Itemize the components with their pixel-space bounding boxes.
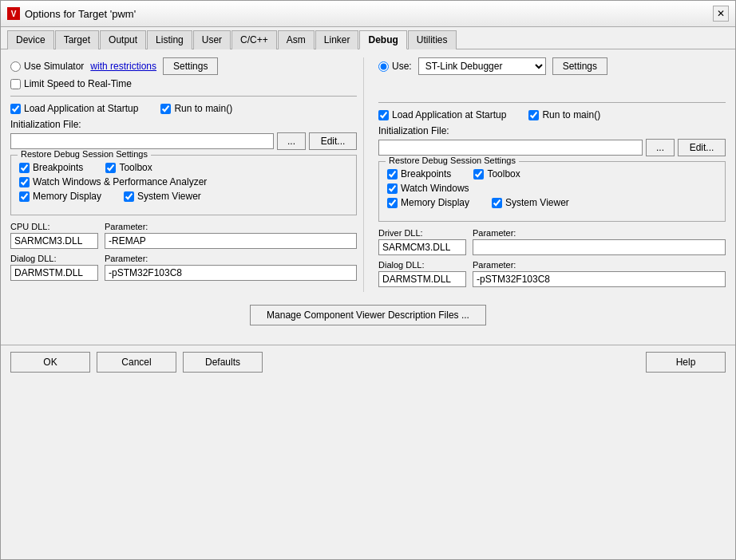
manage-component-button[interactable]: Manage Component Viewer Description File… [250, 305, 486, 325]
right-load-app-text: Load Application at Startup [392, 109, 506, 120]
left-watch-label[interactable]: Watch Windows & Performance Analyzer [19, 176, 207, 187]
right-browse-button[interactable]: ... [646, 139, 675, 156]
tab-linker[interactable]: Linker [315, 30, 359, 49]
tab-listing[interactable]: Listing [147, 30, 192, 49]
main-content: Use Simulator with restrictions Settings… [1, 49, 735, 338]
tab-device[interactable]: Device [7, 30, 54, 49]
right-memory-label[interactable]: Memory Display [387, 197, 469, 208]
tab-target[interactable]: Target [55, 30, 99, 49]
two-column-layout: Use Simulator with restrictions Settings… [10, 57, 726, 292]
left-run-to-main-text: Run to main() [174, 103, 232, 114]
left-memory-label[interactable]: Memory Display [19, 191, 101, 202]
limit-speed-checkbox[interactable] [10, 79, 21, 89]
left-run-to-main-label[interactable]: Run to main() [160, 103, 232, 114]
defaults-button[interactable]: Defaults [183, 352, 263, 373]
right-run-to-main-text: Run to main() [542, 109, 600, 120]
right-toolbox-checkbox[interactable] [473, 169, 484, 179]
tab-asm[interactable]: Asm [278, 30, 315, 49]
use-label: Use: [392, 61, 412, 72]
right-breakpoints-label[interactable]: Breakpoints [387, 168, 451, 179]
right-run-to-main-checkbox[interactable] [528, 110, 539, 120]
left-cpu-dll-label: CPU DLL: [10, 222, 98, 231]
right-toolbox-label[interactable]: Toolbox [473, 168, 520, 179]
main-dialog: V Options for Target 'pwm' ✕ Device Targ… [0, 0, 736, 560]
left-restore-title: Restore Debug Session Settings [18, 149, 151, 159]
right-settings-button[interactable]: Settings [552, 57, 607, 75]
left-dialog-param-label: Parameter: [105, 254, 357, 263]
use-simulator-radio-label[interactable]: Use Simulator [10, 61, 84, 72]
left-system-viewer-label[interactable]: System Viewer [124, 191, 201, 202]
use-debugger-radio[interactable] [378, 61, 389, 72]
left-cpu-dll-input[interactable] [10, 233, 98, 249]
help-button[interactable]: Help [646, 352, 726, 373]
left-breakpoints-checkbox[interactable] [19, 163, 30, 173]
right-dialog-dll-input[interactable] [378, 271, 466, 287]
right-system-viewer-checkbox[interactable] [492, 198, 502, 208]
title-bar: V Options for Target 'pwm' ✕ [1, 1, 735, 27]
dialog-title: Options for Target 'pwm' [25, 8, 136, 20]
left-run-to-main-checkbox[interactable] [160, 104, 171, 114]
left-edit-button[interactable]: Edit... [309, 132, 357, 150]
left-system-viewer-checkbox[interactable] [124, 191, 134, 202]
left-browse-button[interactable]: ... [277, 132, 306, 150]
limit-speed-label[interactable]: Limit Speed to Real-Time [10, 78, 132, 89]
right-driver-param-label: Parameter: [473, 228, 726, 238]
use-debugger-radio-label[interactable]: Use: [378, 61, 412, 72]
right-driver-dll-input[interactable] [378, 239, 466, 255]
left-load-app-label[interactable]: Load Application at Startup [10, 103, 138, 114]
right-load-app-checkbox[interactable] [378, 110, 389, 120]
use-simulator-radio[interactable] [10, 61, 21, 72]
left-cpu-param-input[interactable] [105, 233, 357, 249]
right-watch-checkbox[interactable] [387, 183, 398, 194]
left-settings-button[interactable]: Settings [163, 57, 218, 75]
right-load-app-label[interactable]: Load Application at Startup [378, 109, 506, 120]
cancel-button[interactable]: Cancel [97, 352, 176, 373]
right-system-viewer-label[interactable]: System Viewer [492, 197, 569, 208]
tab-cpp[interactable]: C/C++ [231, 30, 277, 49]
tab-utilities[interactable]: Utilities [408, 30, 457, 49]
left-restore-group: Restore Debug Session Settings Breakpoin… [10, 155, 357, 215]
left-init-file-label: Initialization File: [10, 119, 357, 130]
right-dialog-param-label: Parameter: [473, 260, 726, 270]
debugger-select[interactable]: ST-Link Debugger [418, 57, 546, 75]
right-breakpoints-checkbox[interactable] [387, 169, 398, 179]
app-icon: V [7, 7, 20, 20]
left-toolbox-label[interactable]: Toolbox [105, 162, 152, 173]
left-watch-checkbox[interactable] [19, 177, 30, 187]
right-memory-checkbox[interactable] [387, 198, 398, 208]
left-breakpoints-label[interactable]: Breakpoints [19, 162, 83, 173]
left-toolbox-checkbox[interactable] [105, 163, 116, 173]
right-watch-label[interactable]: Watch Windows [387, 183, 469, 194]
left-load-app-checkbox[interactable] [10, 104, 21, 114]
right-driver-dll-label: Driver DLL: [378, 228, 466, 238]
left-dialog-dll-input[interactable] [10, 265, 98, 281]
tab-bar: Device Target Output Listing User C/C++ … [1, 27, 735, 49]
ok-button[interactable]: OK [10, 352, 90, 373]
left-panel: Use Simulator with restrictions Settings… [10, 57, 364, 292]
left-dialog-dll-label: Dialog DLL: [10, 254, 98, 263]
left-memory-checkbox[interactable] [19, 191, 30, 202]
left-cpu-param-label: Parameter: [105, 222, 357, 231]
tab-output[interactable]: Output [100, 30, 146, 49]
right-edit-button[interactable]: Edit... [678, 139, 726, 156]
right-dialog-param-input[interactable] [473, 271, 726, 287]
right-init-file-label: Initialization File: [378, 125, 726, 136]
right-init-file-input[interactable] [378, 140, 643, 156]
left-init-file-input[interactable] [10, 133, 274, 149]
right-run-to-main-label[interactable]: Run to main() [528, 109, 600, 120]
use-simulator-label: Use Simulator [24, 61, 84, 72]
tab-debug[interactable]: Debug [359, 30, 406, 49]
left-dialog-param-input[interactable] [105, 265, 357, 281]
limit-speed-text: Limit Speed to Real-Time [24, 78, 132, 89]
close-button[interactable]: ✕ [713, 6, 729, 22]
right-restore-title: Restore Debug Session Settings [386, 156, 519, 165]
right-restore-group: Restore Debug Session Settings Breakpoin… [378, 161, 726, 222]
right-dialog-dll-label: Dialog DLL: [378, 260, 466, 270]
tab-user[interactable]: User [193, 30, 231, 49]
left-load-app-text: Load Application at Startup [24, 103, 138, 114]
with-restrictions-link[interactable]: with restrictions [90, 61, 156, 72]
right-driver-param-input[interactable] [473, 239, 726, 255]
footer: OK Cancel Defaults Help [1, 345, 735, 379]
right-panel: Use: ST-Link Debugger Settings Load Appl… [372, 57, 726, 292]
